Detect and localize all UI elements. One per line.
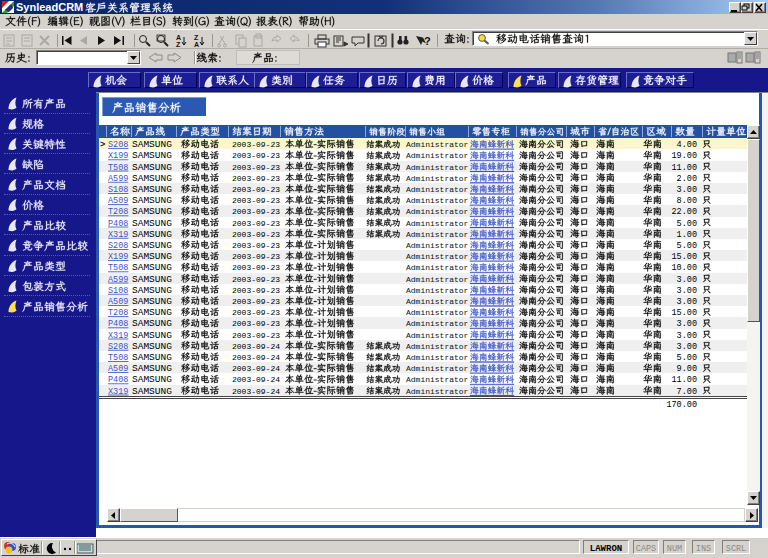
svg-text:A509: A509: [108, 297, 128, 307]
svg-text:2003-09-23: 2003-09-23: [232, 230, 280, 239]
svg-text:SAMSUNG: SAMSUNG: [132, 150, 172, 161]
svg-text:SAMSUNG: SAMSUNG: [132, 206, 172, 217]
svg-text:SAMSUNG: SAMSUNG: [132, 139, 172, 150]
svg-text:Administrator: Administrator: [406, 275, 469, 284]
svg-text:3.00: 3.00: [677, 275, 697, 285]
svg-text:Administrator: Administrator: [406, 174, 469, 183]
svg-text:SAMSUNG: SAMSUNG: [132, 218, 172, 229]
svg-text:SAMSUNG: SAMSUNG: [132, 229, 172, 240]
svg-text:Administrator: Administrator: [406, 219, 469, 228]
svg-text:T208: T208: [108, 207, 128, 217]
svg-text:S208: S208: [108, 140, 128, 150]
svg-text:Administrator: Administrator: [406, 342, 469, 351]
svg-text:9.00: 9.00: [677, 364, 697, 374]
svg-text:Administrator: Administrator: [406, 196, 469, 205]
svg-text:Administrator: Administrator: [406, 353, 469, 362]
svg-text:2003-09-23: 2003-09-23: [232, 163, 280, 172]
svg-text:P408: P408: [108, 375, 128, 385]
svg-text:S108: S108: [108, 286, 128, 296]
svg-text:T508: T508: [108, 263, 128, 273]
svg-text:SAMSUNG: SAMSUNG: [132, 318, 172, 329]
svg-text:SAMSUNG: SAMSUNG: [132, 285, 172, 296]
svg-text:Administrator: Administrator: [406, 375, 469, 384]
svg-text:NUM: NUM: [667, 544, 682, 554]
svg-text:SAMSUNG: SAMSUNG: [132, 240, 172, 251]
svg-text:15.00: 15.00: [671, 308, 697, 318]
svg-text:SAMSUNG: SAMSUNG: [132, 173, 172, 184]
svg-text:T508: T508: [108, 353, 128, 363]
svg-text:Administrator: Administrator: [406, 151, 469, 160]
svg-text:Administrator: Administrator: [406, 163, 469, 172]
svg-text:Administrator: Administrator: [406, 308, 469, 317]
svg-text:A509: A509: [108, 364, 128, 374]
svg-text:A599: A599: [108, 275, 128, 285]
svg-text:2003-09-24: 2003-09-24: [232, 364, 280, 373]
svg-text:S108: S108: [108, 185, 128, 195]
svg-text:3.00: 3.00: [677, 319, 697, 329]
svg-text:Administrator: Administrator: [406, 387, 469, 396]
svg-text:3.00: 3.00: [677, 331, 697, 341]
svg-text:8.00: 8.00: [677, 196, 697, 206]
svg-text:Administrator: Administrator: [406, 185, 469, 194]
svg-text:2003-09-24: 2003-09-24: [232, 342, 280, 351]
svg-text:Administrator: Administrator: [406, 241, 469, 250]
svg-text:2003-09-23: 2003-09-23: [232, 196, 280, 205]
svg-text:SynleadCRM: SynleadCRM: [16, 1, 83, 13]
svg-text:P408: P408: [108, 219, 128, 229]
svg-text:2003-09-23: 2003-09-23: [232, 241, 280, 250]
svg-text:X199: X199: [108, 151, 128, 161]
svg-text:11.00: 11.00: [671, 375, 697, 385]
svg-text:SAMSUNG: SAMSUNG: [132, 184, 172, 195]
svg-text:11.00: 11.00: [671, 163, 697, 173]
svg-text:SAMSUNG: SAMSUNG: [132, 363, 172, 374]
svg-text:5.00: 5.00: [677, 353, 697, 363]
svg-text:LAWRON: LAWRON: [590, 544, 622, 554]
svg-text:2003-09-24: 2003-09-24: [232, 387, 280, 396]
svg-text:X199: X199: [108, 252, 128, 262]
svg-text:SAMSUNG: SAMSUNG: [132, 195, 172, 206]
svg-text:2003-09-23: 2003-09-23: [232, 151, 280, 160]
svg-text:2003-09-23: 2003-09-23: [232, 140, 280, 149]
svg-text:2003-09-24: 2003-09-24: [232, 375, 280, 384]
svg-text:2003-09-23: 2003-09-23: [232, 185, 280, 194]
svg-text:X319: X319: [108, 331, 128, 341]
svg-text:22.00: 22.00: [671, 207, 697, 217]
svg-text:2003-09-23: 2003-09-23: [232, 263, 280, 272]
svg-text:2003-09-23: 2003-09-23: [232, 319, 280, 328]
svg-text:3.00: 3.00: [677, 185, 697, 195]
svg-text:Administrator: Administrator: [406, 297, 469, 306]
svg-text:SAMSUNG: SAMSUNG: [132, 374, 172, 385]
svg-text:2003-09-23: 2003-09-23: [232, 219, 280, 228]
svg-text:P408: P408: [108, 319, 128, 329]
svg-text:SAMSUNG: SAMSUNG: [132, 162, 172, 173]
svg-text:SAMSUNG: SAMSUNG: [132, 352, 172, 363]
svg-text:2003-09-23: 2003-09-23: [232, 308, 280, 317]
svg-text:SAMSUNG: SAMSUNG: [132, 296, 172, 307]
svg-text:2003-09-23: 2003-09-23: [232, 275, 280, 284]
svg-text:T208: T208: [108, 308, 128, 318]
svg-text:Administrator: Administrator: [406, 263, 469, 272]
svg-text:SAMSUNG: SAMSUNG: [132, 386, 172, 397]
svg-text:2003-09-23: 2003-09-23: [232, 286, 280, 295]
svg-text:3.00: 3.00: [677, 342, 697, 352]
svg-text:X319: X319: [108, 230, 128, 240]
svg-text:A509: A509: [108, 196, 128, 206]
svg-text:170.00: 170.00: [666, 400, 697, 410]
svg-text:2003-09-23: 2003-09-23: [232, 297, 280, 306]
svg-text:2003-09-24: 2003-09-24: [232, 353, 280, 362]
svg-text:Administrator: Administrator: [406, 286, 469, 295]
svg-text:SCRL: SCRL: [726, 544, 746, 554]
svg-text:CAPS: CAPS: [636, 544, 656, 554]
svg-text:2003-09-23: 2003-09-23: [232, 174, 280, 183]
svg-text:19.00: 19.00: [671, 151, 697, 161]
svg-text:Administrator: Administrator: [406, 140, 469, 149]
svg-text:2003-09-23: 2003-09-23: [232, 331, 280, 340]
svg-text:2003-09-23: 2003-09-23: [232, 207, 280, 216]
svg-text:Administrator: Administrator: [406, 207, 469, 216]
svg-text:SAMSUNG: SAMSUNG: [132, 341, 172, 352]
svg-text:INS: INS: [696, 544, 711, 554]
svg-text:Administrator: Administrator: [406, 252, 469, 261]
svg-text:A599: A599: [108, 174, 128, 184]
svg-text:X319: X319: [108, 387, 128, 397]
svg-text:SAMSUNG: SAMSUNG: [132, 307, 172, 318]
